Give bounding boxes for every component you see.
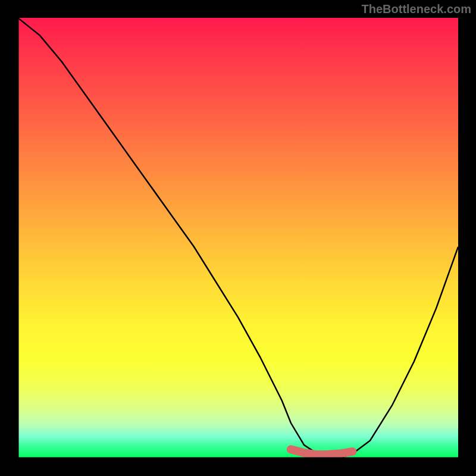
bottleneck-curve bbox=[18, 18, 458, 458]
watermark-text: TheBottleneck.com bbox=[362, 2, 471, 16]
highlight-segment bbox=[291, 449, 353, 455]
chart-svg bbox=[18, 18, 458, 458]
